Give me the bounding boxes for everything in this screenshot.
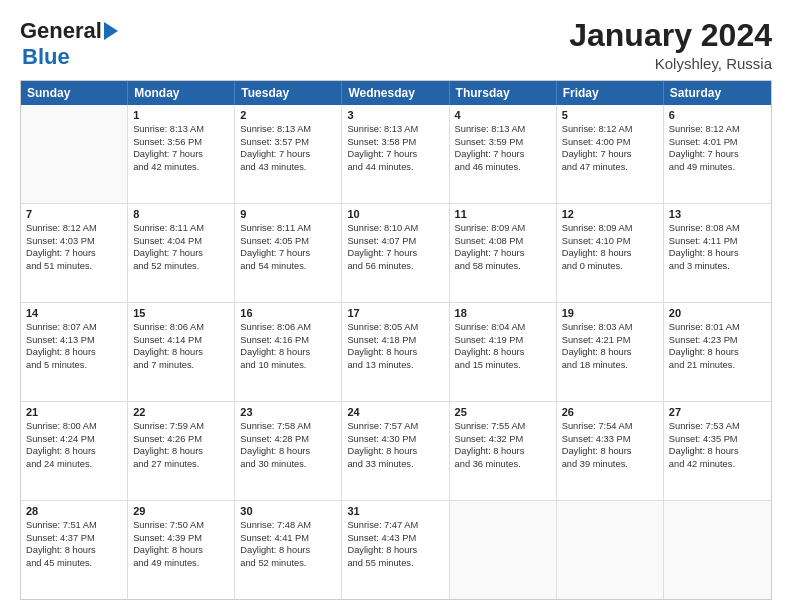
cell-info-line: Daylight: 7 hours: [133, 148, 229, 161]
cell-info-line: Sunset: 4:18 PM: [347, 334, 443, 347]
cell-info-line: Daylight: 8 hours: [26, 445, 122, 458]
cal-cell: [21, 105, 128, 203]
cal-cell: 5Sunrise: 8:12 AMSunset: 4:00 PMDaylight…: [557, 105, 664, 203]
cal-cell: 20Sunrise: 8:01 AMSunset: 4:23 PMDayligh…: [664, 303, 771, 401]
cell-info-line: Daylight: 7 hours: [669, 148, 766, 161]
cell-info-line: Sunset: 4:10 PM: [562, 235, 658, 248]
cell-info-line: Sunrise: 7:48 AM: [240, 519, 336, 532]
cell-info-line: Daylight: 8 hours: [133, 445, 229, 458]
cal-cell: 24Sunrise: 7:57 AMSunset: 4:30 PMDayligh…: [342, 402, 449, 500]
cell-info-line: Sunset: 3:59 PM: [455, 136, 551, 149]
cell-info-line: Sunrise: 7:53 AM: [669, 420, 766, 433]
cell-info-line: Sunset: 4:04 PM: [133, 235, 229, 248]
cell-info-line: Daylight: 8 hours: [669, 247, 766, 260]
cell-info-line: and 52 minutes.: [240, 557, 336, 570]
cell-info-line: Daylight: 7 hours: [240, 247, 336, 260]
cell-info-line: Daylight: 8 hours: [669, 346, 766, 359]
cell-info-line: Sunrise: 8:09 AM: [455, 222, 551, 235]
cell-info-line: Sunset: 3:58 PM: [347, 136, 443, 149]
cell-info-line: Sunset: 4:37 PM: [26, 532, 122, 545]
cell-info-line: and 10 minutes.: [240, 359, 336, 372]
cal-cell: 12Sunrise: 8:09 AMSunset: 4:10 PMDayligh…: [557, 204, 664, 302]
cell-info-line: and 21 minutes.: [669, 359, 766, 372]
cell-info-line: Sunset: 4:35 PM: [669, 433, 766, 446]
cell-info-line: Sunset: 4:19 PM: [455, 334, 551, 347]
cell-info-line: Sunrise: 8:06 AM: [240, 321, 336, 334]
cell-info-line: Daylight: 8 hours: [240, 445, 336, 458]
cal-week-1: 1Sunrise: 8:13 AMSunset: 3:56 PMDaylight…: [21, 105, 771, 204]
calendar-body: 1Sunrise: 8:13 AMSunset: 3:56 PMDaylight…: [21, 105, 771, 599]
cell-info-line: Daylight: 7 hours: [240, 148, 336, 161]
cal-week-5: 28Sunrise: 7:51 AMSunset: 4:37 PMDayligh…: [21, 501, 771, 599]
day-number: 31: [347, 505, 443, 517]
cal-cell: 3Sunrise: 8:13 AMSunset: 3:58 PMDaylight…: [342, 105, 449, 203]
cell-info-line: Sunset: 4:03 PM: [26, 235, 122, 248]
cell-info-line: Sunrise: 8:13 AM: [240, 123, 336, 136]
cal-cell: 10Sunrise: 8:10 AMSunset: 4:07 PMDayligh…: [342, 204, 449, 302]
day-number: 19: [562, 307, 658, 319]
day-number: 12: [562, 208, 658, 220]
day-number: 27: [669, 406, 766, 418]
cell-info-line: Sunset: 4:24 PM: [26, 433, 122, 446]
day-number: 14: [26, 307, 122, 319]
cell-info-line: and 27 minutes.: [133, 458, 229, 471]
cell-info-line: and 49 minutes.: [133, 557, 229, 570]
cell-info-line: Daylight: 8 hours: [455, 445, 551, 458]
cell-info-line: and 43 minutes.: [240, 161, 336, 174]
cell-info-line: Daylight: 8 hours: [347, 445, 443, 458]
cell-info-line: Sunrise: 7:54 AM: [562, 420, 658, 433]
cell-info-line: Sunset: 4:13 PM: [26, 334, 122, 347]
day-number: 13: [669, 208, 766, 220]
cell-info-line: Sunrise: 8:12 AM: [26, 222, 122, 235]
cell-info-line: Sunset: 4:16 PM: [240, 334, 336, 347]
cell-info-line: Sunrise: 8:12 AM: [562, 123, 658, 136]
day-number: 28: [26, 505, 122, 517]
cal-header-thursday: Thursday: [450, 81, 557, 105]
cell-info-line: Sunrise: 8:13 AM: [455, 123, 551, 136]
cell-info-line: Sunrise: 7:51 AM: [26, 519, 122, 532]
cell-info-line: Sunset: 4:39 PM: [133, 532, 229, 545]
cell-info-line: Sunrise: 8:07 AM: [26, 321, 122, 334]
cell-info-line: Daylight: 7 hours: [455, 247, 551, 260]
cal-cell: 23Sunrise: 7:58 AMSunset: 4:28 PMDayligh…: [235, 402, 342, 500]
cell-info-line: Sunset: 4:14 PM: [133, 334, 229, 347]
cell-info-line: and 54 minutes.: [240, 260, 336, 273]
cal-cell: 1Sunrise: 8:13 AMSunset: 3:56 PMDaylight…: [128, 105, 235, 203]
day-number: 21: [26, 406, 122, 418]
cell-info-line: Sunset: 4:05 PM: [240, 235, 336, 248]
cell-info-line: and 42 minutes.: [133, 161, 229, 174]
cell-info-line: and 55 minutes.: [347, 557, 443, 570]
day-number: 30: [240, 505, 336, 517]
day-number: 22: [133, 406, 229, 418]
title-block: January 2024 Kolyshley, Russia: [569, 18, 772, 72]
cal-cell: 13Sunrise: 8:08 AMSunset: 4:11 PMDayligh…: [664, 204, 771, 302]
cal-cell: 21Sunrise: 8:00 AMSunset: 4:24 PMDayligh…: [21, 402, 128, 500]
cal-cell: 11Sunrise: 8:09 AMSunset: 4:08 PMDayligh…: [450, 204, 557, 302]
cell-info-line: and 46 minutes.: [455, 161, 551, 174]
cell-info-line: Sunset: 3:56 PM: [133, 136, 229, 149]
cell-info-line: and 42 minutes.: [669, 458, 766, 471]
cal-week-4: 21Sunrise: 8:00 AMSunset: 4:24 PMDayligh…: [21, 402, 771, 501]
cell-info-line: and 0 minutes.: [562, 260, 658, 273]
cell-info-line: Daylight: 8 hours: [455, 346, 551, 359]
cell-info-line: Daylight: 8 hours: [347, 544, 443, 557]
cell-info-line: Sunrise: 8:10 AM: [347, 222, 443, 235]
cal-cell: 15Sunrise: 8:06 AMSunset: 4:14 PMDayligh…: [128, 303, 235, 401]
day-number: 17: [347, 307, 443, 319]
cell-info-line: Daylight: 7 hours: [455, 148, 551, 161]
cell-info-line: and 49 minutes.: [669, 161, 766, 174]
cal-cell: 18Sunrise: 8:04 AMSunset: 4:19 PMDayligh…: [450, 303, 557, 401]
cal-cell: [664, 501, 771, 599]
cal-cell: 9Sunrise: 8:11 AMSunset: 4:05 PMDaylight…: [235, 204, 342, 302]
cell-info-line: Sunrise: 7:57 AM: [347, 420, 443, 433]
cell-info-line: Daylight: 8 hours: [347, 346, 443, 359]
cell-info-line: Sunrise: 8:00 AM: [26, 420, 122, 433]
cell-info-line: Sunrise: 7:50 AM: [133, 519, 229, 532]
day-number: 24: [347, 406, 443, 418]
cell-info-line: Sunset: 4:32 PM: [455, 433, 551, 446]
cell-info-line: and 44 minutes.: [347, 161, 443, 174]
cal-cell: 6Sunrise: 8:12 AMSunset: 4:01 PMDaylight…: [664, 105, 771, 203]
cell-info-line: Daylight: 8 hours: [133, 346, 229, 359]
cell-info-line: and 24 minutes.: [26, 458, 122, 471]
cell-info-line: Sunrise: 8:11 AM: [240, 222, 336, 235]
